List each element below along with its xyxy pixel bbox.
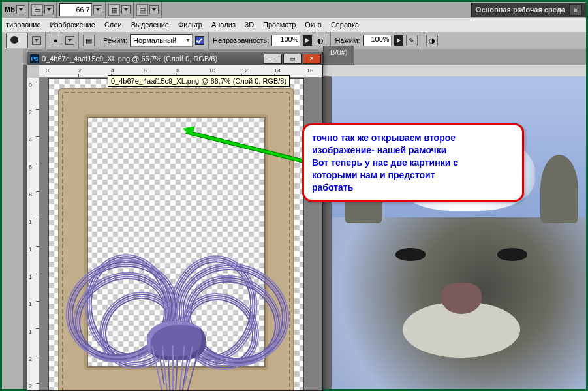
mb-label: Mb [2,2,29,18]
opacity-slider-icon[interactable] [303,35,312,46]
extras-icon: ▤ [136,4,148,16]
menu-edit[interactable]: тирование [6,21,41,29]
flow-input[interactable]: 100% [363,35,392,46]
menu-view[interactable]: Просмотр [263,21,296,29]
maximize-button[interactable]: ▭ [283,54,302,64]
brush-panel-toggle[interactable]: ▤ [79,32,99,49]
app-topbar: Mb ▭ ▦ ▤ Основная рабочая среда » [2,2,586,18]
ruler-horizontal-cat [323,65,586,77]
menu-bar: тирование Изображение Слои Выделение Фил… [2,18,586,33]
brush-preset-icon: ● [50,35,61,46]
mode-group: Режим: Нормальный [99,32,209,49]
tablet-pressure-icon[interactable]: ◑ [426,35,438,46]
menu-analysis[interactable]: Анализ [211,21,236,29]
menu-3d[interactable]: 3D [245,21,254,29]
opacity-label: Непрозрачность: [213,37,269,44]
workspace-expand-icon[interactable]: » [569,4,582,16]
window-titlebar[interactable]: Ps 0_4b67e_4aaf15c9_XL.png @ 66,7% (Слой… [27,52,322,65]
flow-slider-icon[interactable] [394,35,403,46]
tool-preset[interactable] [2,32,46,49]
menu-filter[interactable]: Фильтр [178,21,202,29]
mode-select[interactable]: Нормальный [130,34,193,47]
screen-mode-icon: ▭ [31,4,43,16]
menu-layers[interactable]: Слои [104,21,122,29]
zoom-input[interactable] [59,3,92,16]
menu-select[interactable]: Выделение [131,21,169,29]
opacity-input[interactable]: 100% [271,35,300,46]
minimize-button[interactable]: — [264,54,282,64]
extras-menu-icon[interactable] [149,5,159,14]
extras-button[interactable]: ▤ [134,2,162,18]
opacity-pressure-icon[interactable]: ◐ [315,35,326,46]
arrange-menu-icon[interactable] [121,5,131,14]
tool-strip[interactable] [2,49,23,389]
document-tab-2[interactable]: B/8#) [323,46,354,65]
tool-preset-menu-icon[interactable] [32,36,41,45]
photoshop-icon: Ps [30,54,39,63]
tablet-pressure-group: ◑ [422,32,442,49]
opacity-group: Непрозрачность: 100% ◐ [209,32,331,49]
airbrush-icon[interactable]: ✎ [406,35,418,46]
brush-preset-menu-icon[interactable] [65,36,74,45]
picture-frame-window [84,114,268,370]
title-tooltip: 0_4b67e_4aaf15c9_XL.png @ 66,7% (Слой 0,… [108,75,290,87]
flow-label: Нажим: [335,37,360,44]
app-frame: Mb ▭ ▦ ▤ Основная рабочая среда » тирова… [0,0,588,391]
document-window[interactable]: Ps 0_4b67e_4aaf15c9_XL.png @ 66,7% (Слой… [27,52,323,391]
mode-toggle-icon[interactable] [195,36,204,45]
mb-menu-icon[interactable] [16,5,25,14]
zoom-group [57,2,106,18]
arrange-icon: ▦ [108,4,120,16]
screen-mode-menu-icon[interactable] [44,5,54,14]
picture-frame [58,88,294,390]
mode-label: Режим: [103,37,127,44]
canvas-frame-image[interactable] [49,79,303,390]
close-button[interactable]: ✕ [303,54,321,64]
window-title: 0_4b67e_4aaf15c9_XL.png @ 66,7% (Слой 0,… [42,55,217,63]
arrange-button[interactable]: ▦ [106,2,134,18]
screen-mode-button[interactable]: ▭ [29,2,57,18]
brush-icon [6,33,28,48]
options-bar: ● ▤ Режим: Нормальный Непрозрачность: 10… [2,32,586,50]
menu-image[interactable]: Изображение [50,21,95,29]
brush-panel-icon: ▤ [83,35,95,46]
ruler-vertical: 024681111122 [27,78,40,390]
canvas-viewport[interactable] [40,78,322,390]
menu-window[interactable]: Окно [305,21,322,29]
brush-preset[interactable]: ● [46,32,79,49]
workspace-switcher[interactable]: Основная рабочая среда » [471,3,586,17]
workspace-label: Основная рабочая среда [476,6,565,14]
annotation-callout: точно так же открываем второе изображени… [302,123,524,202]
zoom-menu-icon[interactable] [93,5,102,14]
menu-help[interactable]: Справка [331,21,359,29]
